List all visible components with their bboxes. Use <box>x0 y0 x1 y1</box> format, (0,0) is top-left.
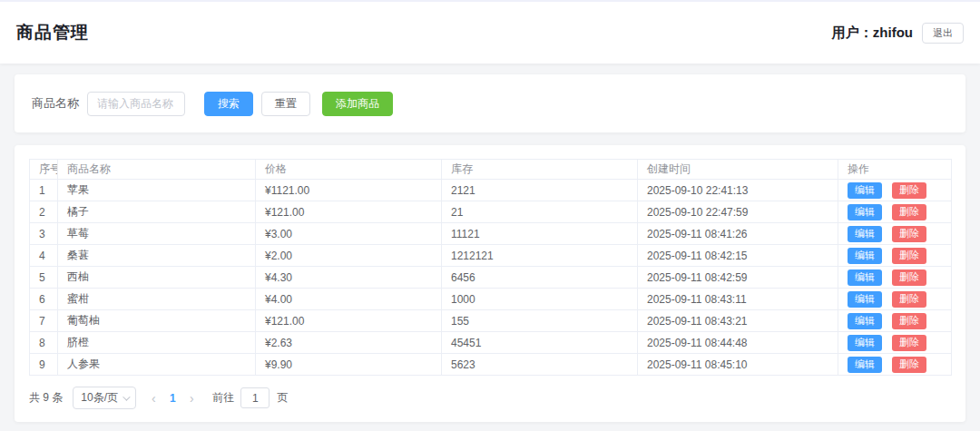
cell-name: 桑葚 <box>58 245 256 267</box>
delete-button[interactable]: 删除 <box>892 291 926 308</box>
cell-name: 蜜柑 <box>58 289 256 310</box>
cell-actions: 编辑 删除 <box>838 289 952 310</box>
current-page-button[interactable]: 1 <box>163 392 181 405</box>
prev-page-button[interactable]: ‹ <box>143 391 163 406</box>
cell-index: 6 <box>30 289 58 310</box>
goto-label: 前往 <box>212 390 234 406</box>
edit-button[interactable]: 编辑 <box>848 226 882 242</box>
edit-button[interactable]: 编辑 <box>848 313 882 329</box>
cell-name: 西柚 <box>58 267 256 289</box>
cell-name: 葡萄柚 <box>58 310 256 332</box>
page-size-select[interactable]: 10条/页 <box>73 387 136 409</box>
page-unit-label: 页 <box>277 390 288 406</box>
cell-index: 2 <box>30 201 58 223</box>
table-row: 5 西柚 ¥4.30 6456 2025-09-11 08:42:59 编辑 删… <box>30 267 952 289</box>
delete-button[interactable]: 删除 <box>892 269 926 286</box>
column-header-stock: 库存 <box>442 160 638 180</box>
edit-button[interactable]: 编辑 <box>848 335 882 351</box>
column-header-actions: 操作 <box>838 160 952 180</box>
delete-button[interactable]: 删除 <box>892 248 926 264</box>
delete-button[interactable]: 删除 <box>892 204 926 220</box>
user-label: 用户：zhifou <box>832 24 913 42</box>
cell-actions: 编辑 删除 <box>838 354 952 376</box>
cell-price: ¥4.00 <box>256 289 442 310</box>
product-name-label: 商品名称 <box>32 95 79 112</box>
cell-actions: 编辑 删除 <box>838 310 952 332</box>
cell-price: ¥9.90 <box>256 354 442 376</box>
edit-button[interactable]: 编辑 <box>848 269 882 286</box>
edit-button[interactable]: 编辑 <box>848 357 882 373</box>
cell-stock: 45451 <box>442 332 638 354</box>
table-row: 1 苹果 ¥1121.00 2121 2025-09-10 22:41:13 编… <box>30 180 952 201</box>
cell-index: 8 <box>30 332 58 354</box>
cell-index: 1 <box>30 180 58 201</box>
cell-price: ¥121.00 <box>256 201 442 223</box>
cell-price: ¥1121.00 <box>256 180 442 201</box>
cell-price: ¥4.30 <box>256 267 442 289</box>
cell-index: 7 <box>30 310 58 332</box>
cell-stock: 155 <box>442 310 638 332</box>
product-name-input[interactable] <box>87 92 185 116</box>
column-header-index: 序号 <box>30 160 58 180</box>
cell-price: ¥121.00 <box>256 310 442 332</box>
cell-created: 2025-09-10 22:47:59 <box>638 201 838 223</box>
cell-actions: 编辑 删除 <box>838 201 952 223</box>
cell-created: 2025-09-10 22:41:13 <box>638 180 838 201</box>
cell-name: 苹果 <box>58 180 256 201</box>
table-body: 1 苹果 ¥1121.00 2121 2025-09-10 22:41:13 编… <box>30 180 952 376</box>
cell-index: 9 <box>30 354 58 376</box>
cell-actions: 编辑 删除 <box>838 267 952 289</box>
cell-created: 2025-09-11 08:44:48 <box>638 332 838 354</box>
cell-actions: 编辑 删除 <box>838 180 952 201</box>
cell-actions: 编辑 删除 <box>838 332 952 354</box>
table-card: 序号 商品名称 价格 库存 创建时间 操作 1 苹果 ¥1121.00 2121… <box>15 145 965 422</box>
table-header-row: 序号 商品名称 价格 库存 创建时间 操作 <box>30 160 952 180</box>
cell-created: 2025-09-11 08:41:26 <box>638 223 838 245</box>
cell-stock: 21 <box>442 201 638 223</box>
cell-created: 2025-09-11 08:42:59 <box>638 267 838 289</box>
cell-stock: 6456 <box>442 267 638 289</box>
edit-button[interactable]: 编辑 <box>848 204 882 220</box>
edit-button[interactable]: 编辑 <box>848 182 882 199</box>
page-title: 商品管理 <box>16 21 89 44</box>
edit-button[interactable]: 编辑 <box>848 291 882 308</box>
column-header-name: 商品名称 <box>58 160 256 180</box>
cell-name: 人参果 <box>58 354 256 376</box>
cell-actions: 编辑 删除 <box>838 223 952 245</box>
cell-stock: 1000 <box>442 289 638 310</box>
cell-price: ¥2.00 <box>256 245 442 267</box>
page-header: 商品管理 用户：zhifou 退出 <box>0 0 980 64</box>
add-product-button[interactable]: 添加商品 <box>322 92 393 116</box>
cell-name: 脐橙 <box>58 332 256 354</box>
goto-page-input[interactable] <box>240 387 270 408</box>
reset-button[interactable]: 重置 <box>261 92 310 116</box>
cell-created: 2025-09-11 08:43:21 <box>638 310 838 332</box>
next-page-button[interactable]: › <box>181 391 201 406</box>
delete-button[interactable]: 删除 <box>892 357 926 373</box>
logout-button[interactable]: 退出 <box>922 23 964 44</box>
edit-button[interactable]: 编辑 <box>848 248 882 264</box>
table-row: 9 人参果 ¥9.90 5623 2025-09-11 08:45:10 编辑 … <box>30 354 952 376</box>
delete-button[interactable]: 删除 <box>892 226 926 242</box>
table-row: 2 橘子 ¥121.00 21 2025-09-10 22:47:59 编辑 删… <box>30 201 952 223</box>
delete-button[interactable]: 删除 <box>892 182 926 199</box>
cell-actions: 编辑 删除 <box>838 245 952 267</box>
cell-index: 3 <box>30 223 58 245</box>
cell-price: ¥2.63 <box>256 332 442 354</box>
table-row: 4 桑葚 ¥2.00 1212121 2025-09-11 08:42:15 编… <box>30 245 952 267</box>
total-count: 共 9 条 <box>29 390 63 406</box>
page-size-value: 10条/页 <box>81 390 118 406</box>
table-row: 8 脐橙 ¥2.63 45451 2025-09-11 08:44:48 编辑 … <box>30 332 952 354</box>
table-row: 6 蜜柑 ¥4.00 1000 2025-09-11 08:43:11 编辑 删… <box>30 289 952 310</box>
delete-button[interactable]: 删除 <box>892 313 926 329</box>
column-header-price: 价格 <box>256 160 442 180</box>
search-card: 商品名称 搜索 重置 添加商品 <box>15 74 965 132</box>
cell-created: 2025-09-11 08:45:10 <box>638 354 838 376</box>
delete-button[interactable]: 删除 <box>892 335 926 351</box>
product-table: 序号 商品名称 价格 库存 创建时间 操作 1 苹果 ¥1121.00 2121… <box>29 159 952 376</box>
column-header-created: 创建时间 <box>638 160 838 180</box>
search-button[interactable]: 搜索 <box>204 92 253 116</box>
cell-name: 橘子 <box>58 201 256 223</box>
chevron-down-icon <box>123 393 131 400</box>
cell-stock: 11121 <box>442 223 638 245</box>
